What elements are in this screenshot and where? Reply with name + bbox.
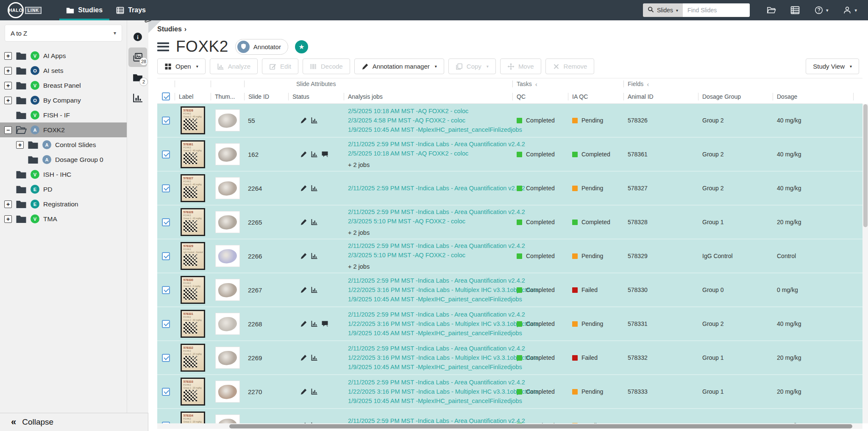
row-checkbox[interactable] bbox=[162, 150, 170, 158]
column-header-dosage-group[interactable]: Dosage Group bbox=[698, 93, 773, 100]
sidebar-item-foxk2[interactable]: −AFOXK2 bbox=[0, 122, 127, 137]
breadcrumb[interactable]: Studies› bbox=[157, 25, 868, 34]
slide-label-thumbnail[interactable]: 578328FOXK2Group 1 - 20 mg/kg bbox=[181, 208, 205, 236]
collapse-minus-icon[interactable]: − bbox=[4, 126, 12, 134]
status-chart-icon[interactable] bbox=[311, 286, 318, 293]
sidebar-item-pd[interactable]: EPD bbox=[0, 182, 127, 197]
group-header-tasks[interactable]: Tasks‹ bbox=[512, 81, 623, 87]
status-chart-icon[interactable] bbox=[311, 253, 318, 259]
column-header-animal-id[interactable]: Animal ID bbox=[623, 93, 698, 100]
slide-row[interactable]: 578334FOXK2Group 1 - 20 mg/kg22712/11/20… bbox=[157, 409, 862, 424]
row-checkbox[interactable] bbox=[162, 252, 170, 260]
column-header-label[interactable]: Label bbox=[175, 93, 211, 100]
analysis-job-link[interactable]: 1/22/2025 3:16 PM MST -Indica Labs - Mul… bbox=[348, 319, 512, 328]
analysis-job-link[interactable]: 1/9/2025 10:45 AM MST -MplexIHC_pairtest… bbox=[348, 328, 512, 338]
favorite-star-button[interactable]: ★ bbox=[295, 40, 308, 53]
sidebar-item-dosage-group-0[interactable]: ADosage Group 0 bbox=[0, 152, 127, 167]
slide-label-thumbnail[interactable]: 578361FOXK2Group 2 - 40 mg/kg bbox=[181, 140, 205, 168]
slide-label-thumbnail[interactable]: 578326FOXK2Group 2 - 40 mg/kg bbox=[181, 106, 205, 134]
analysis-job-link[interactable]: 2/11/2025 2:59 PM MST -Indica Labs - Are… bbox=[348, 241, 512, 250]
analysis-job-link[interactable]: 2/11/2025 2:59 PM MST -Indica Labs - Are… bbox=[348, 139, 512, 149]
row-checkbox[interactable] bbox=[162, 218, 170, 226]
tissue-thumbnail[interactable] bbox=[215, 279, 240, 301]
slide-row[interactable]: 578332FOXK2Group 1 - 20 mg/kg22692/11/20… bbox=[157, 341, 862, 375]
status-pencil-icon[interactable] bbox=[300, 320, 307, 327]
nav-tab-trays[interactable]: Trays bbox=[109, 0, 153, 20]
tissue-thumbnail[interactable] bbox=[215, 414, 240, 424]
sidebar-item-tma[interactable]: +VTMA bbox=[0, 211, 127, 226]
annotation-manager-button[interactable]: Annotation manager▾ bbox=[354, 58, 444, 74]
search-scope-dropdown[interactable]: Slides ▾ bbox=[643, 3, 683, 17]
tray-list-icon[interactable] bbox=[790, 6, 800, 14]
expand-plus-icon[interactable]: + bbox=[16, 141, 24, 149]
status-comment-icon[interactable] bbox=[321, 151, 328, 158]
tissue-thumbnail[interactable] bbox=[215, 245, 240, 267]
analysis-job-link[interactable]: 1/22/2025 3:16 PM MST -Indica Labs - Mul… bbox=[348, 387, 512, 396]
search-input[interactable] bbox=[683, 3, 750, 17]
status-pencil-icon[interactable] bbox=[300, 219, 307, 225]
status-comment-icon[interactable] bbox=[321, 320, 328, 327]
row-checkbox[interactable] bbox=[162, 354, 170, 362]
status-pencil-icon[interactable] bbox=[300, 286, 307, 293]
row-checkbox[interactable] bbox=[162, 286, 170, 294]
select-all-checkbox[interactable] bbox=[162, 92, 170, 100]
row-checkbox[interactable] bbox=[162, 320, 170, 328]
column-header-qc[interactable]: QC bbox=[512, 93, 568, 100]
status-chart-icon[interactable] bbox=[311, 354, 318, 361]
analysis-job-link[interactable]: 2/5/2025 10:18 AM MST -AQ FOXK2 - coloc bbox=[348, 149, 512, 158]
open-folder-icon[interactable] bbox=[767, 6, 776, 14]
analysis-job-link[interactable]: 1/9/2025 10:45 AM MST -MplexIHC_pairtest… bbox=[348, 295, 512, 304]
slide-label-thumbnail[interactable]: 578333FOXK2Group 1 - 20 mg/kg bbox=[181, 378, 205, 406]
status-chart-icon[interactable] bbox=[311, 151, 318, 158]
analysis-job-link[interactable]: 2/11/2025 2:59 PM MST -Indica Labs - Are… bbox=[348, 344, 512, 353]
slide-row[interactable]: 578330FOXK2Group 0 - 0 mg/kg22672/11/202… bbox=[157, 273, 862, 307]
status-chart-icon[interactable] bbox=[311, 185, 318, 192]
strip-analytics-icon[interactable] bbox=[128, 88, 147, 108]
column-header-dosage[interactable]: Dosage bbox=[773, 93, 853, 100]
analysis-job-link[interactable]: 1/9/2025 10:45 AM MST -MplexIHC_pairtest… bbox=[348, 125, 512, 134]
slide-label-thumbnail[interactable]: 578329FOXK2IgG Control - Control bbox=[181, 242, 205, 270]
status-chart-icon[interactable] bbox=[311, 219, 318, 225]
study-menu-icon[interactable] bbox=[157, 42, 169, 51]
slide-label-thumbnail[interactable]: 578327FOXK2Group 2 - 40 mg/kg bbox=[181, 174, 205, 202]
column-header-status[interactable]: Status bbox=[288, 93, 344, 100]
status-pencil-icon[interactable] bbox=[300, 117, 307, 124]
row-checkbox[interactable] bbox=[162, 388, 170, 396]
slide-label-thumbnail[interactable]: 578331FOXK2Group 2 - 40 mg/kg bbox=[181, 310, 205, 338]
sidebar-item-registration[interactable]: +ERegistration bbox=[0, 197, 127, 211]
slide-row[interactable]: 578333FOXK2Group 1 - 20 mg/kg22702/11/20… bbox=[157, 375, 862, 409]
status-pencil-icon[interactable] bbox=[300, 354, 307, 361]
column-header-analysis-jobs[interactable]: Analysis jobs bbox=[344, 93, 512, 100]
status-pencil-icon[interactable] bbox=[300, 388, 307, 395]
expand-plus-icon[interactable]: + bbox=[4, 200, 12, 208]
column-header-slide-id[interactable]: Slide ID bbox=[244, 93, 288, 100]
sidebar-item-control-slides[interactable]: +AControl Slides bbox=[0, 137, 127, 152]
slide-row[interactable]: 578327FOXK2Group 2 - 40 mg/kg22642/11/20… bbox=[157, 172, 862, 206]
tissue-thumbnail[interactable] bbox=[215, 347, 240, 369]
sidebar-item-fish-if[interactable]: VFISH - IF bbox=[0, 108, 127, 122]
analysis-job-link[interactable]: 2/11/2025 2:59 PM MST -Indica Labs - Are… bbox=[348, 276, 512, 285]
strip-folders-icon[interactable]: 2 bbox=[128, 68, 147, 87]
sidebar-item-ish-ihc[interactable]: VISH - IHC bbox=[0, 167, 127, 182]
tissue-thumbnail[interactable] bbox=[215, 313, 240, 335]
status-pencil-icon[interactable] bbox=[300, 253, 307, 259]
sidebar-item-ai-sets[interactable]: +OAI sets bbox=[0, 63, 127, 78]
analysis-job-link[interactable]: 1/9/2025 10:45 AM MST -MplexIHC_pairtest… bbox=[348, 362, 512, 372]
expand-plus-icon[interactable]: + bbox=[4, 215, 12, 223]
slide-row[interactable]: 578329FOXK2IgG Control - Control22662/11… bbox=[157, 239, 862, 273]
user-menu[interactable]: ▾ bbox=[843, 6, 857, 14]
slide-label-thumbnail[interactable]: 578332FOXK2Group 1 - 20 mg/kg bbox=[181, 344, 205, 372]
slide-label-thumbnail[interactable]: 578330FOXK2Group 0 - 0 mg/kg bbox=[181, 276, 205, 304]
more-jobs-link[interactable]: + 2 jobs bbox=[348, 160, 512, 170]
slide-row[interactable]: 578326FOXK2Group 2 - 40 mg/kg552/5/2025 … bbox=[157, 104, 862, 138]
analysis-job-link[interactable]: 2/11/2025 2:59 PM MST -Indica Labs - Are… bbox=[348, 416, 512, 424]
nav-tab-studies[interactable]: Studies bbox=[59, 0, 109, 20]
sidebar-item-ai-apps[interactable]: +VAI Apps bbox=[0, 48, 127, 63]
slide-row[interactable]: 578331FOXK2Group 2 - 40 mg/kg22682/11/20… bbox=[157, 307, 862, 341]
tissue-thumbnail[interactable] bbox=[215, 177, 240, 199]
strip-slides-icon[interactable]: 28 bbox=[128, 47, 147, 67]
tissue-thumbnail[interactable] bbox=[215, 143, 240, 165]
sidebar-item-by-company[interactable]: +OBy Company bbox=[0, 93, 127, 108]
analysis-job-link[interactable]: 2/3/2025 5:10 PM MST -AQ FOXK2 - coloc bbox=[348, 217, 512, 226]
analysis-job-link[interactable]: 2/3/2025 5:10 PM MST -AQ FOXK2 - coloc bbox=[348, 250, 512, 260]
